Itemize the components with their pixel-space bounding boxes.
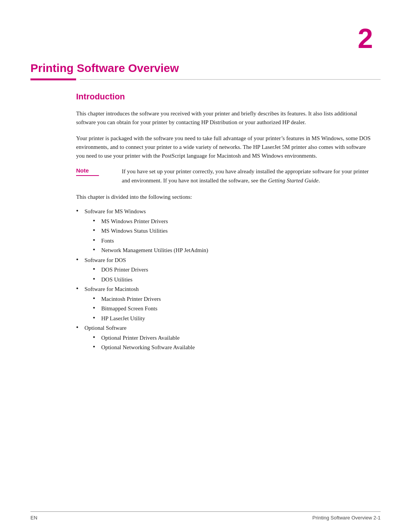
list-item: DOS Utilities bbox=[93, 275, 373, 285]
list-item: HP LaserJet Utility bbox=[93, 314, 373, 324]
chapter-title: Printing Software Overview bbox=[30, 62, 381, 75]
sub-list: Macintosh Printer DriversBitmapped Scree… bbox=[93, 294, 373, 324]
footer: EN Printing Software Overview 2-1 bbox=[30, 511, 381, 521]
list-item: Software for DOSDOS Printer DriversDOS U… bbox=[76, 256, 373, 285]
list-item: Optional Printer Drivers Available bbox=[93, 333, 373, 343]
title-rule bbox=[30, 78, 381, 80]
footer-left: EN bbox=[30, 515, 37, 521]
note-text-after: . bbox=[319, 177, 320, 184]
sub-list: Optional Printer Drivers AvailableOption… bbox=[93, 333, 373, 353]
title-rule-solid bbox=[30, 78, 76, 80]
sections-intro: This chapter is divided into the followi… bbox=[76, 193, 373, 201]
note-label: Note bbox=[76, 167, 114, 174]
list-item: Fonts bbox=[93, 236, 373, 246]
note-text-before: If you have set up your printer correctl… bbox=[122, 168, 369, 183]
list-item: Optional SoftwareOptional Printer Driver… bbox=[76, 323, 373, 353]
note-block: Note If you have set up your printer cor… bbox=[76, 167, 373, 185]
page: 2 Printing Software Overview Introductio… bbox=[0, 0, 411, 532]
list-item: Optional Networking Software Available bbox=[93, 343, 373, 353]
list-item: Software for MacintoshMacintosh Printer … bbox=[76, 284, 373, 323]
intro-paragraph-1: This chapter introduces the software you… bbox=[76, 109, 373, 127]
section-heading: Introduction bbox=[76, 92, 381, 102]
sub-list: MS Windows Printer DriversMS Windows Sta… bbox=[93, 217, 373, 256]
title-rule-line bbox=[80, 79, 381, 80]
list-item: Software for MS WindowsMS Windows Printe… bbox=[76, 207, 373, 256]
note-italic: Getting Started Guide bbox=[268, 177, 318, 184]
footer-right: Printing Software Overview 2-1 bbox=[312, 515, 381, 521]
list-item: MS Windows Status Utilities bbox=[93, 226, 373, 236]
list-item: DOS Printer Drivers bbox=[93, 265, 373, 275]
note-text: If you have set up your printer correctl… bbox=[122, 167, 373, 185]
chapter-number: 2 bbox=[30, 23, 381, 54]
list-item: Network Management Utilities (HP JetAdmi… bbox=[93, 246, 373, 256]
content-area: This chapter introduces the software you… bbox=[76, 109, 373, 353]
list-item: MS Windows Printer Drivers bbox=[93, 217, 373, 227]
note-label-col: Note bbox=[76, 167, 122, 185]
intro-paragraph-2: Your printer is packaged with the softwa… bbox=[76, 134, 373, 161]
note-label-rule bbox=[76, 175, 99, 176]
sections-list: Software for MS WindowsMS Windows Printe… bbox=[76, 207, 373, 353]
sub-list: DOS Printer DriversDOS Utilities bbox=[93, 265, 373, 284]
list-item: Bitmapped Screen Fonts bbox=[93, 304, 373, 314]
list-item: Macintosh Printer Drivers bbox=[93, 294, 373, 304]
